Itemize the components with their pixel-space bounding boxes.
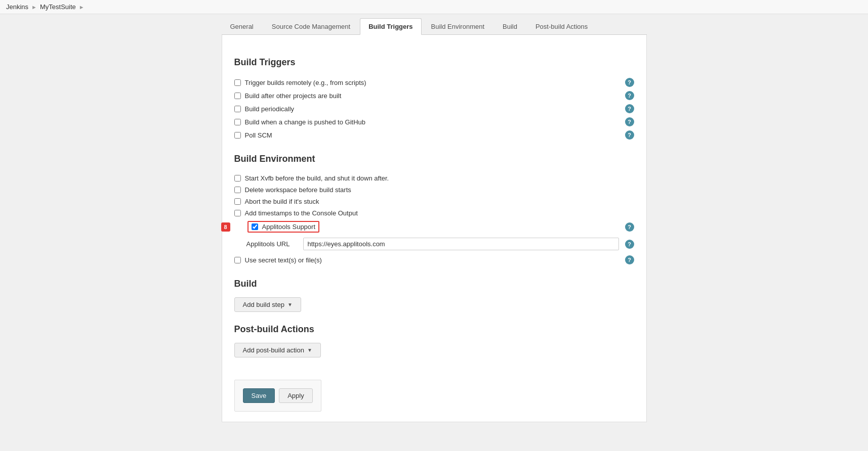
use-secret-label: Use secret text(s) or file(s) [245, 256, 322, 264]
build-triggers-section: Build Triggers Trigger builds remotely (… [234, 57, 634, 142]
add-timestamps-label: Add timestamps to the Console Output [245, 209, 358, 217]
chevron-icon-2: ► [79, 4, 85, 10]
add-post-build-label: Add post-build action [243, 346, 304, 354]
trigger-remotely-help-icon[interactable]: ? [625, 78, 634, 87]
tab-build-triggers[interactable]: Build Triggers [360, 18, 421, 35]
build-periodically-label: Build periodically [245, 105, 295, 113]
build-github-checkbox[interactable] [234, 119, 241, 125]
add-build-step-arrow-icon: ▼ [287, 302, 293, 307]
footer-buttons: Save Apply [234, 380, 321, 412]
tab-source-code[interactable]: Source Code Management [263, 18, 359, 34]
post-build-title: Post-build Actions [234, 324, 634, 335]
build-section: Build Add build step ▼ [234, 279, 634, 312]
add-build-step-label: Add build step [243, 301, 284, 308]
tab-general[interactable]: General [222, 18, 262, 34]
build-github-row: Build when a change is pushed to GitHub … [234, 115, 634, 128]
xvfb-checkbox[interactable] [234, 175, 241, 182]
applitools-support-checkbox[interactable] [252, 223, 258, 230]
add-post-build-arrow-icon: ▼ [307, 347, 312, 353]
save-button[interactable]: Save [243, 388, 275, 403]
abort-stuck-row: Abort the build if it's stuck [234, 196, 634, 207]
applitools-url-label: Applitools URL [246, 240, 297, 248]
badge-8: 8 [221, 222, 230, 232]
poll-scm-help-icon[interactable]: ? [625, 130, 634, 140]
add-build-step-button[interactable]: Add build step ▼ [234, 297, 301, 312]
build-environment-checkboxes: Start Xvfb before the build, and shut it… [234, 172, 634, 266]
delete-workspace-label: Delete workspace before build starts [245, 186, 351, 194]
applitools-support-row: 8 Applitools Support ? [234, 219, 634, 235]
post-build-section: Post-build Actions Add post-build action… [234, 324, 634, 357]
abort-stuck-checkbox[interactable] [234, 198, 241, 205]
build-github-help-icon[interactable]: ? [625, 117, 634, 126]
footer-section: Save Apply [234, 370, 634, 412]
suite-link[interactable]: MyTestSuite [40, 3, 76, 11]
poll-scm-row: Poll SCM ? [234, 128, 634, 142]
build-periodically-row: Build periodically ? [234, 102, 634, 115]
build-triggers-title: Build Triggers [234, 57, 634, 68]
poll-scm-label: Poll SCM [245, 131, 272, 139]
trigger-remotely-row: Trigger builds remotely (e.g., from scri… [234, 76, 634, 89]
add-timestamps-row: Add timestamps to the Console Output [234, 207, 634, 219]
use-secret-checkbox[interactable] [234, 257, 241, 263]
tab-build-environment[interactable]: Build Environment [423, 18, 493, 34]
abort-stuck-label: Abort the build if it's stuck [245, 198, 319, 205]
applitools-url-row: Applitools URL ? [234, 235, 634, 253]
applitools-support-label: Applitools Support [262, 223, 316, 231]
xvfb-row: Start Xvfb before the build, and shut it… [234, 172, 634, 184]
build-after-checkbox[interactable] [234, 93, 241, 99]
content-panel: Build Triggers Trigger builds remotely (… [222, 35, 647, 422]
build-triggers-checkboxes: Trigger builds remotely (e.g., from scri… [234, 76, 634, 142]
build-environment-section: Build Environment Start Xvfb before the … [234, 154, 634, 266]
build-title: Build [234, 279, 634, 289]
build-periodically-checkbox[interactable] [234, 106, 241, 112]
add-timestamps-checkbox[interactable] [234, 210, 241, 216]
trigger-remotely-checkbox[interactable] [234, 79, 241, 86]
applitools-url-help-icon[interactable]: ? [625, 240, 634, 249]
use-secret-row: Use secret text(s) or file(s) ? [234, 253, 634, 266]
apply-button[interactable]: Apply [279, 388, 313, 403]
build-after-label: Build after other projects are built [245, 92, 342, 100]
applitools-support-help-icon[interactable]: ? [625, 222, 634, 232]
use-secret-help-icon[interactable]: ? [625, 255, 634, 264]
add-post-build-button[interactable]: Add post-build action ▼ [234, 343, 321, 357]
jenkins-link[interactable]: Jenkins [6, 3, 28, 11]
delete-workspace-row: Delete workspace before build starts [234, 184, 634, 196]
applitools-url-input[interactable] [303, 238, 619, 250]
trigger-remotely-label: Trigger builds remotely (e.g., from scri… [245, 79, 366, 86]
applitools-highlight-box: Applitools Support [247, 221, 320, 233]
chevron-icon: ► [31, 4, 37, 10]
poll-scm-checkbox[interactable] [234, 132, 241, 139]
build-environment-title: Build Environment [234, 154, 634, 164]
tab-bar: General Source Code Management Build Tri… [222, 14, 647, 35]
delete-workspace-checkbox[interactable] [234, 187, 241, 193]
tab-post-build[interactable]: Post-build Actions [527, 18, 596, 34]
tab-build[interactable]: Build [494, 18, 526, 34]
breadcrumb: Jenkins ► MyTestSuite ► [0, 0, 868, 14]
build-after-help-icon[interactable]: ? [625, 91, 634, 100]
build-periodically-help-icon[interactable]: ? [625, 104, 634, 113]
build-after-row: Build after other projects are built ? [234, 89, 634, 102]
xvfb-label: Start Xvfb before the build, and shut it… [245, 174, 389, 182]
build-github-label: Build when a change is pushed to GitHub [245, 118, 366, 126]
